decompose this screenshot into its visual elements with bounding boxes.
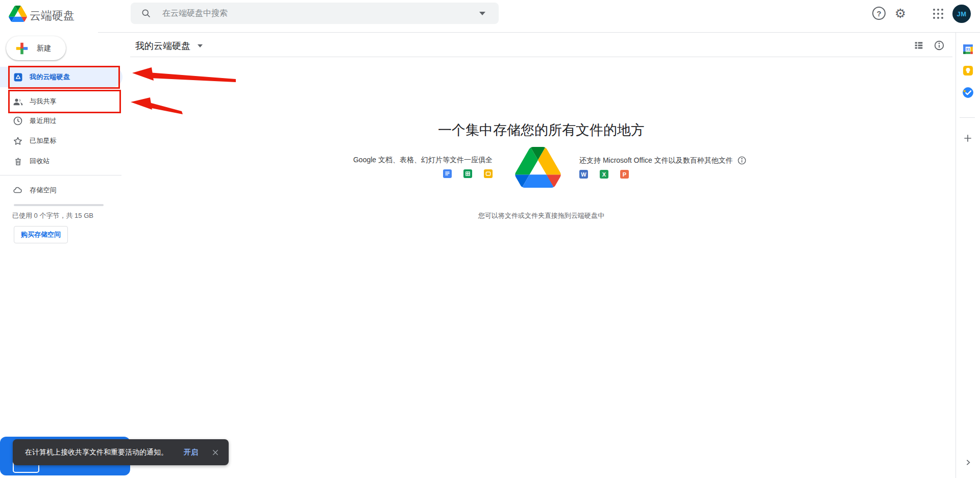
- annotation-arrow-2-head: [131, 97, 152, 110]
- breadcrumb[interactable]: 我的云端硬盘: [135, 40, 203, 52]
- details-button[interactable]: [933, 40, 945, 53]
- sidebar-item-my-drive[interactable]: 我的云端硬盘: [0, 67, 122, 87]
- sidebar-item-label: 与我共享: [30, 97, 57, 106]
- star-icon: [13, 136, 23, 146]
- storage-usage-text: 已使用 0 个字节，共 15 GB: [12, 211, 93, 220]
- calendar-app-button[interactable]: 31: [961, 42, 974, 56]
- chevron-right-icon: [964, 458, 972, 467]
- toast-message: 在计算机上接收共享文件和重要活动的通知。: [25, 448, 168, 457]
- plus-icon: [963, 133, 973, 143]
- sidebar-item-label: 回收站: [30, 157, 50, 166]
- app-title: 云端硬盘: [30, 8, 75, 23]
- annotation-arrows: [0, 0, 980, 478]
- sidebar-item-label: 我的云端硬盘: [30, 72, 70, 82]
- header-divider: [98, 32, 980, 33]
- office-files-caption: 还支持 Microsoft Office 文件以及数百种其他文件: [579, 156, 733, 165]
- my-drive-icon: [13, 72, 23, 82]
- apps-grid-button[interactable]: [933, 8, 944, 19]
- people-icon: [13, 96, 23, 107]
- keep-icon: [962, 65, 974, 77]
- calendar-icon: 31: [962, 43, 974, 56]
- sidebar-item-recent[interactable]: 最近用过: [0, 111, 122, 131]
- annotation-arrow-1-head: [132, 67, 154, 81]
- sidebar-item-trash[interactable]: 回收站: [0, 151, 122, 171]
- empty-state-heading: 一个集中存储您的所有文件的地方: [130, 121, 952, 139]
- app-header: 云端硬盘 ? ⚙ JM: [0, 0, 980, 33]
- tasks-icon: [962, 86, 974, 99]
- content-divider: [130, 57, 952, 57]
- google-files-caption: Google 文档、表格、幻灯片等文件一应俱全: [327, 156, 493, 165]
- powerpoint-file-icon: P: [620, 170, 629, 179]
- office-info-icon[interactable]: [737, 156, 747, 165]
- sidebar-divider: [0, 175, 121, 175]
- trash-icon: [13, 157, 23, 166]
- word-file-icon: W: [579, 170, 588, 179]
- breadcrumb-label: 我的云端硬盘: [135, 40, 190, 52]
- search-bar[interactable]: [131, 3, 499, 24]
- avatar-initials: JM: [957, 10, 966, 18]
- sidebar-item-shared-with-me[interactable]: 与我共享: [0, 91, 122, 112]
- storage-progress-bar: [14, 204, 104, 206]
- google-files-block: Google 文档、表格、幻灯片等文件一应俱全: [327, 156, 493, 178]
- new-button-label: 新建: [37, 44, 51, 53]
- drive-logo-large: [514, 147, 561, 188]
- drive-logo-icon[interactable]: [9, 6, 27, 22]
- svg-text:31: 31: [966, 47, 970, 52]
- keep-app-button[interactable]: [961, 64, 974, 77]
- chevron-down-icon: [198, 44, 203, 47]
- search-input[interactable]: [162, 9, 448, 18]
- sidebar-item-label: 存储空间: [30, 186, 57, 195]
- office-files-block: 还支持 Microsoft Office 文件以及数百种其他文件 W X P: [579, 156, 773, 179]
- close-icon[interactable]: [211, 448, 219, 457]
- notification-toast: 在计算机上接收共享文件和重要活动的通知。 开启: [13, 439, 229, 465]
- side-panel-rail: [955, 33, 980, 478]
- list-view-icon: [913, 40, 924, 53]
- annotation-arrow-1-shaft: [149, 72, 236, 82]
- google-slides-icon: [484, 169, 493, 178]
- sidebar-item-label: 最近用过: [30, 116, 57, 125]
- cloud-icon: [13, 185, 23, 196]
- sidebar-item-storage[interactable]: 存储空间: [0, 180, 122, 200]
- toast-enable-button[interactable]: 开启: [184, 448, 198, 457]
- help-button[interactable]: ?: [872, 7, 886, 20]
- excel-file-icon: X: [600, 170, 608, 179]
- search-options-caret-icon[interactable]: [479, 12, 485, 15]
- google-plus-icon: [14, 41, 30, 56]
- drag-hint-text: 您可以将文件或文件夹直接拖到云端硬盘中: [130, 211, 952, 220]
- sidebar-item-label: 已加星标: [30, 136, 57, 145]
- add-panel-app-button[interactable]: [961, 132, 974, 145]
- google-sheets-icon: [463, 169, 472, 178]
- sidebar-item-starred[interactable]: 已加星标: [0, 131, 122, 151]
- collapse-panel-button[interactable]: [961, 456, 974, 469]
- google-docs-icon: [443, 169, 452, 178]
- help-icon: ?: [876, 9, 881, 18]
- buy-storage-button[interactable]: 购买存储空间: [14, 226, 68, 243]
- clock-icon: [13, 116, 23, 126]
- tasks-app-button[interactable]: [961, 86, 974, 99]
- annotation-arrow-2-shaft: [148, 102, 183, 114]
- new-button[interactable]: 新建: [6, 36, 66, 60]
- list-view-button[interactable]: [913, 40, 925, 53]
- gear-icon: ⚙: [895, 6, 906, 21]
- search-icon[interactable]: [141, 8, 151, 18]
- settings-button[interactable]: ⚙: [893, 6, 908, 21]
- account-avatar[interactable]: JM: [952, 5, 971, 23]
- rail-divider: [960, 117, 975, 118]
- apps-grid-icon: [933, 9, 943, 19]
- info-icon: [934, 40, 945, 53]
